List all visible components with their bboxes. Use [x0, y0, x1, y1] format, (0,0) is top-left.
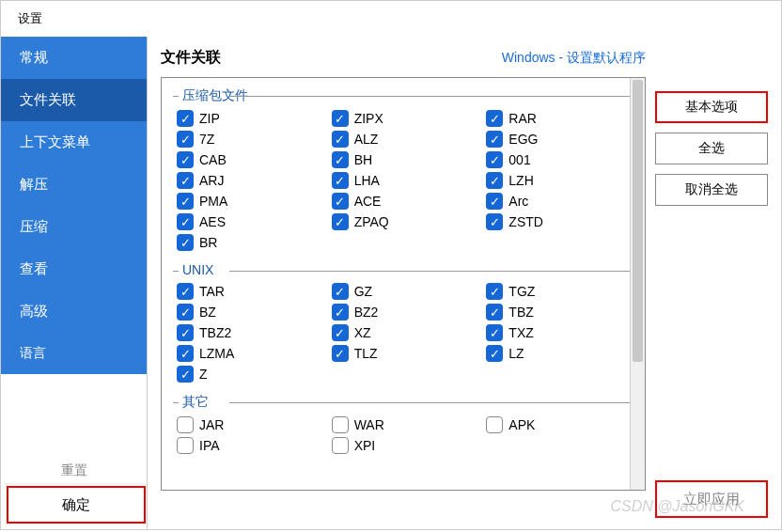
- checkbox-z[interactable]: ✓Z: [177, 366, 324, 383]
- checkbox-box: ✓: [177, 110, 194, 127]
- select-all-button[interactable]: 全选: [655, 133, 768, 164]
- windows-default-link[interactable]: Windows - 设置默认程序: [502, 50, 646, 67]
- sidebar-item-1[interactable]: 文件关联: [1, 79, 147, 121]
- checkbox-label: BZ: [199, 305, 216, 320]
- sidebar-item-5[interactable]: 查看: [1, 248, 147, 290]
- main-panel: 文件关联 Windows - 设置默认程序 压缩包文件✓ZIP✓ZIPX✓RAR…: [148, 37, 781, 529]
- checkbox-label: BH: [354, 152, 372, 167]
- scrollbar-thumb[interactable]: [633, 80, 643, 362]
- checkbox-lzh[interactable]: ✓LZH: [486, 172, 633, 189]
- checkbox-box: ✓: [486, 193, 503, 210]
- sidebar-item-0[interactable]: 常规: [1, 37, 147, 79]
- checkbox-box: ✓: [332, 345, 349, 362]
- reset-button[interactable]: 重置: [5, 458, 143, 484]
- side-buttons: 基本选项 全选 取消全选 立即应用: [655, 48, 768, 518]
- checkbox-box: ✓: [177, 234, 194, 251]
- checkbox-box: ✓: [486, 110, 503, 127]
- sidebar-item-3[interactable]: 解压: [1, 164, 147, 206]
- checkbox-xz[interactable]: ✓XZ: [332, 324, 479, 341]
- checkbox-label: PMA: [199, 194, 227, 209]
- sidebar-item-6[interactable]: 高级: [1, 290, 147, 333]
- checkbox-box: ✓: [332, 110, 349, 127]
- checkbox-label: AES: [199, 214, 226, 229]
- checkbox-br[interactable]: ✓BR: [177, 234, 324, 251]
- checkbox-box: ✓: [177, 304, 194, 321]
- checkbox-box: [486, 416, 503, 433]
- checkbox-label: WAR: [354, 417, 384, 432]
- checkbox-tar[interactable]: ✓TAR: [177, 283, 324, 300]
- checkbox-aes[interactable]: ✓AES: [177, 213, 324, 230]
- checkbox-bh[interactable]: ✓BH: [332, 151, 479, 168]
- checkbox-box: ✓: [177, 213, 194, 230]
- group-1: UNIX✓TAR✓GZ✓TGZ✓BZ✓BZ2✓TBZ✓TBZ2✓XZ✓TXZ✓L…: [173, 260, 633, 383]
- checkbox-zpaq[interactable]: ✓ZPAQ: [332, 213, 479, 230]
- checkbox-7z[interactable]: ✓7Z: [177, 131, 324, 148]
- checkbox-label: ARJ: [199, 173, 224, 188]
- checkbox-ace[interactable]: ✓ACE: [332, 193, 479, 210]
- checkbox-jar[interactable]: JAR: [177, 416, 324, 433]
- checkbox-bz2[interactable]: ✓BZ2: [332, 304, 479, 321]
- checkbox-tgz[interactable]: ✓TGZ: [486, 283, 633, 300]
- checkbox-label: 001: [508, 152, 530, 167]
- checkbox-label: ZPAQ: [354, 214, 389, 229]
- checkbox-tbz[interactable]: ✓TBZ: [486, 304, 633, 321]
- scrollbar[interactable]: [630, 78, 645, 490]
- window-title: 设置: [1, 1, 781, 37]
- checkbox-box: [177, 437, 194, 454]
- checkbox-egg[interactable]: ✓EGG: [486, 131, 633, 148]
- checkbox-label: EGG: [508, 132, 538, 147]
- checkbox-label: TBZ2: [199, 325, 231, 340]
- checkbox-box: ✓: [177, 151, 194, 168]
- checkbox-001[interactable]: ✓001: [486, 151, 633, 168]
- checkbox-zip[interactable]: ✓ZIP: [177, 110, 324, 127]
- checkbox-box: ✓: [332, 193, 349, 210]
- checkbox-label: 7Z: [199, 132, 214, 147]
- checkbox-arc[interactable]: ✓Arc: [486, 193, 633, 210]
- checkbox-arj[interactable]: ✓ARJ: [177, 172, 324, 189]
- checkbox-war[interactable]: WAR: [332, 416, 479, 433]
- checkbox-box: ✓: [177, 366, 194, 383]
- checkbox-label: Z: [199, 367, 208, 382]
- checkbox-apk[interactable]: APK: [486, 416, 633, 433]
- checkbox-box: ✓: [177, 324, 194, 341]
- checkbox-label: TAR: [199, 284, 225, 299]
- main-header: 文件关联 Windows - 设置默认程序: [161, 48, 646, 68]
- checkbox-label: APK: [508, 417, 535, 432]
- checkbox-tlz[interactable]: ✓TLZ: [332, 345, 479, 362]
- checkbox-xpi[interactable]: XPI: [332, 437, 479, 454]
- sidebar-item-2[interactable]: 上下文菜单: [1, 121, 147, 164]
- checkbox-label: JAR: [199, 417, 224, 432]
- checkbox-label: ALZ: [354, 132, 379, 147]
- checkbox-alz[interactable]: ✓ALZ: [332, 131, 479, 148]
- checkbox-grid: ✓TAR✓GZ✓TGZ✓BZ✓BZ2✓TBZ✓TBZ2✓XZ✓TXZ✓LZMA✓…: [173, 283, 633, 383]
- checkbox-gz[interactable]: ✓GZ: [332, 283, 479, 300]
- checkbox-label: LZH: [508, 173, 533, 188]
- checkbox-pma[interactable]: ✓PMA: [177, 193, 324, 210]
- checkbox-zstd[interactable]: ✓ZSTD: [486, 213, 633, 230]
- deselect-all-button[interactable]: 取消全选: [655, 174, 768, 206]
- checkbox-box: ✓: [332, 151, 349, 168]
- checkbox-rar[interactable]: ✓RAR: [486, 110, 633, 127]
- checkbox-box: ✓: [332, 213, 349, 230]
- checkbox-box: ✓: [177, 193, 194, 210]
- checkbox-cab[interactable]: ✓CAB: [177, 151, 324, 168]
- basic-options-button[interactable]: 基本选项: [655, 91, 768, 123]
- checkbox-label: BR: [199, 235, 217, 250]
- checkbox-label: IPA: [199, 438, 220, 453]
- apply-now-button[interactable]: 立即应用: [655, 480, 768, 518]
- checkbox-zipx[interactable]: ✓ZIPX: [332, 110, 479, 127]
- sidebar-item-language[interactable]: 语言: [1, 333, 147, 374]
- checkbox-grid: JARWARAPKIPAXPI: [173, 416, 633, 454]
- checkbox-lzma[interactable]: ✓LZMA: [177, 345, 324, 362]
- checkbox-bz[interactable]: ✓BZ: [177, 304, 324, 321]
- checkbox-txz[interactable]: ✓TXZ: [486, 324, 633, 341]
- checkbox-label: ZIP: [199, 111, 220, 126]
- checkbox-tbz2[interactable]: ✓TBZ2: [177, 324, 324, 341]
- checkbox-label: XZ: [354, 325, 371, 340]
- ok-button[interactable]: 确定: [7, 486, 146, 524]
- sidebar-item-4[interactable]: 压缩: [1, 206, 147, 248]
- checkbox-ipa[interactable]: IPA: [177, 437, 324, 454]
- checkbox-lha[interactable]: ✓LHA: [332, 172, 479, 189]
- checkbox-label: CAB: [199, 152, 227, 167]
- checkbox-lz[interactable]: ✓LZ: [486, 345, 633, 362]
